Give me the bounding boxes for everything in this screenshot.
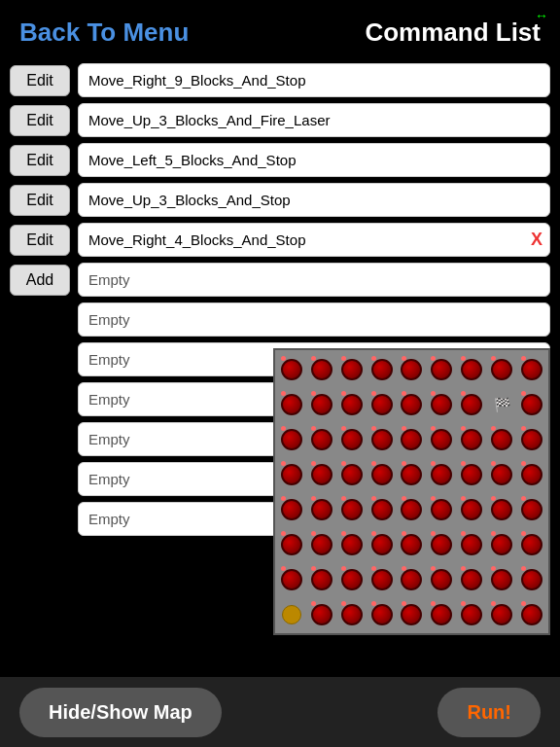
- delete-command-button-5[interactable]: X: [531, 230, 542, 250]
- edit-button-5[interactable]: Edit: [10, 225, 70, 256]
- map-cell-2-5: [427, 422, 456, 456]
- command-input-4[interactable]: [78, 183, 550, 217]
- bomb-icon: [461, 394, 482, 415]
- bomb-icon: [371, 534, 393, 555]
- bomb-icon: [461, 534, 482, 555]
- bomb-icon: [491, 464, 512, 485]
- bomb-icon: [341, 534, 363, 555]
- empty-slot-7: Empty: [78, 302, 550, 337]
- map-cell-7-8: [517, 597, 546, 631]
- map-cell-0-2: [337, 352, 367, 386]
- add-button[interactable]: Add: [10, 265, 70, 296]
- map-cell-6-3: [368, 562, 397, 596]
- bomb-icon: [461, 604, 482, 625]
- map-cell-6-7: [487, 562, 516, 596]
- command-input-3[interactable]: [78, 143, 550, 177]
- bomb-icon: [521, 534, 542, 555]
- map-cell-1-5: [427, 387, 456, 421]
- bomb-icon: [521, 464, 542, 485]
- map-cell-7-3: [368, 597, 397, 631]
- map-cell-3-0: [277, 457, 306, 491]
- edit-button-2[interactable]: Edit: [10, 105, 70, 136]
- edit-button-3[interactable]: Edit: [10, 145, 70, 176]
- command-row: Edit: [10, 143, 550, 177]
- bomb-icon: [341, 429, 363, 450]
- map-cell-6-0: [277, 562, 306, 596]
- map-cell-1-2: [337, 387, 367, 421]
- bomb-icon: [311, 394, 332, 415]
- map-cell-2-1: [307, 422, 336, 456]
- map-cell-7-1: [307, 597, 336, 631]
- map-cell-4-4: [398, 492, 427, 526]
- bomb-icon: [491, 359, 512, 380]
- map-cell-6-6: [457, 562, 486, 596]
- map-cell-3-1: [307, 457, 336, 491]
- bomb-icon: [491, 569, 512, 590]
- bomb-icon: [461, 569, 482, 590]
- bomb-icon: [311, 464, 332, 485]
- bomb-icon: [311, 499, 332, 520]
- bomb-icon: [311, 359, 332, 380]
- edit-button-1[interactable]: Edit: [10, 65, 70, 96]
- bomb-icon: [311, 429, 332, 450]
- page-title: Command List: [365, 18, 541, 48]
- top-indicator: ↔: [535, 8, 548, 23]
- bomb-icon: [281, 359, 302, 380]
- map-cell-7-0: [277, 597, 306, 631]
- map-cell-3-6: [457, 457, 486, 491]
- map-cell-5-5: [427, 527, 456, 561]
- edit-button-4[interactable]: Edit: [10, 185, 70, 216]
- bomb-icon: [281, 534, 302, 555]
- map-cell-2-0: [277, 422, 306, 456]
- map-cell-3-2: [337, 457, 367, 491]
- map-cell-4-3: [368, 492, 397, 526]
- back-button[interactable]: Back To Menu: [19, 18, 189, 48]
- map-cell-6-8: [517, 562, 546, 596]
- map-cell-5-4: [398, 527, 427, 561]
- bomb-icon: [281, 464, 302, 485]
- map-cell-0-4: [398, 352, 427, 386]
- bomb-icon: [341, 499, 363, 520]
- map-cell-7-5: [427, 597, 456, 631]
- map-cell-7-6: [457, 597, 486, 631]
- bomb-icon: [401, 394, 422, 415]
- map-cell-1-1: [307, 387, 336, 421]
- map-cell-0-7: [487, 352, 516, 386]
- bomb-icon: [521, 569, 542, 590]
- command-input-5[interactable]: [78, 223, 550, 257]
- map-cell-5-1: [307, 527, 336, 561]
- map-cell-5-3: [368, 527, 397, 561]
- map-cell-4-6: [457, 492, 486, 526]
- bomb-icon: [311, 534, 332, 555]
- run-button[interactable]: Run!: [438, 688, 541, 737]
- bomb-icon: [521, 429, 542, 450]
- map-cell-2-7: [487, 422, 516, 456]
- map-cell-2-3: [368, 422, 397, 456]
- bomb-icon: [431, 499, 452, 520]
- bomb-icon: [521, 604, 542, 625]
- command-input-1[interactable]: [78, 63, 550, 97]
- map-cell-5-7: [487, 527, 516, 561]
- map-cell-6-5: [427, 562, 456, 596]
- map-cell-6-2: [337, 562, 367, 596]
- bomb-icon: [311, 569, 332, 590]
- bomb-icon: [281, 569, 302, 590]
- map-cell-4-7: [487, 492, 516, 526]
- bomb-icon: [371, 604, 393, 625]
- bomb-icon: [461, 464, 482, 485]
- header: Back To Menu Command List: [0, 0, 560, 57]
- bomb-icon: [431, 464, 452, 485]
- command-row: AddEmpty: [10, 263, 550, 297]
- map-cell-2-2: [337, 422, 367, 456]
- map-cell-4-5: [427, 492, 456, 526]
- bomb-icon: [431, 604, 452, 625]
- hide-show-map-button[interactable]: Hide/Show Map: [19, 688, 222, 737]
- map-cell-3-7: [487, 457, 516, 491]
- command-input-2[interactable]: [78, 103, 550, 137]
- bomb-icon: [461, 429, 482, 450]
- map-cell-4-2: [337, 492, 367, 526]
- bomb-icon: [311, 604, 332, 625]
- map-cell-5-2: [337, 527, 367, 561]
- map-cell-4-1: [307, 492, 336, 526]
- bomb-icon: [431, 359, 452, 380]
